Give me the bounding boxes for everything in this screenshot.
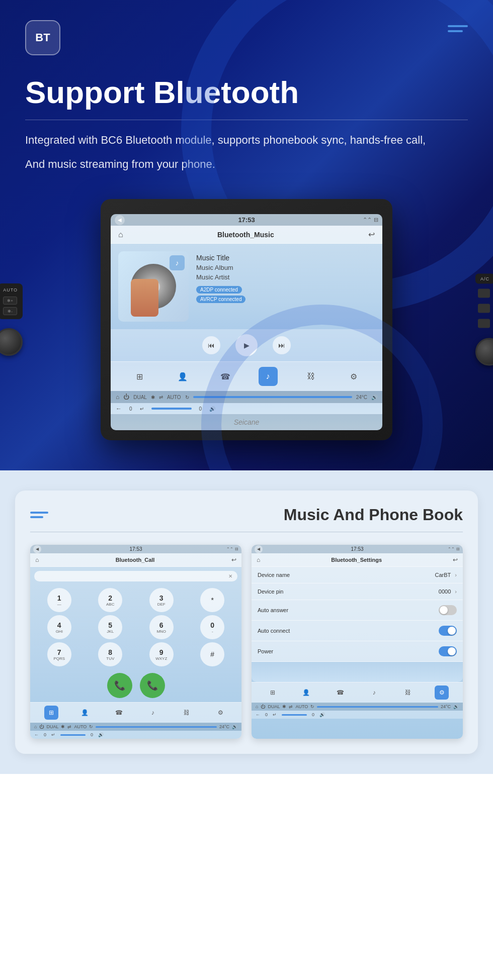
music-info: Music Title Music Album Music Artist A2D… bbox=[196, 251, 375, 305]
call-status-icons: ⌃⌃ ⊟ bbox=[226, 547, 238, 551]
contacts-nav-icon[interactable]: 👤 bbox=[173, 367, 192, 386]
vol-slider[interactable] bbox=[151, 408, 192, 410]
settings-back-btn[interactable]: ◀ bbox=[255, 545, 263, 553]
device-name-item[interactable]: Device name CarBT › bbox=[252, 567, 463, 583]
back-arrow-icon[interactable]: ↩ bbox=[368, 230, 375, 239]
call-search-bar[interactable]: ✕ bbox=[34, 571, 237, 581]
settings-slider[interactable] bbox=[317, 706, 438, 708]
settings-link-icon[interactable]: ⛓ bbox=[401, 685, 415, 700]
card-menu-line-1 bbox=[30, 512, 48, 514]
settings-music-icon[interactable]: ♪ bbox=[367, 685, 381, 700]
phone-nav-icon[interactable]: ☎ bbox=[216, 367, 235, 386]
device-pin-arrow: › bbox=[455, 589, 457, 595]
hero-title: Support Bluetooth bbox=[25, 75, 468, 110]
call-title: Bluetooth_Call bbox=[39, 557, 231, 563]
auto-connect-toggle[interactable] bbox=[439, 626, 457, 636]
dial-0[interactable]: 0 - bbox=[200, 615, 224, 639]
device-pin-label: Device pin bbox=[258, 589, 439, 595]
dial-6[interactable]: 6 MNO bbox=[149, 615, 174, 639]
car-left-knob[interactable] bbox=[0, 328, 23, 356]
settings-wave bbox=[252, 662, 463, 682]
dial-9[interactable]: 9 WXYZ bbox=[149, 642, 174, 666]
screen-nav-title: Bluetooth_Music bbox=[123, 231, 368, 239]
settings-grid-icon[interactable]: ⊞ bbox=[266, 685, 280, 700]
seicane-label: Seicane bbox=[111, 414, 382, 430]
home-icon[interactable]: ⌂ bbox=[118, 230, 123, 239]
bottom-card: Music And Phone Book ◀ 17:53 ⌃⌃ ⊟ ⌂ Blue… bbox=[15, 491, 478, 754]
auto-connect-item[interactable]: Auto connect bbox=[252, 621, 463, 641]
dial-hash[interactable]: # bbox=[200, 642, 224, 666]
redial-button[interactable]: 📞 bbox=[140, 673, 165, 698]
car-right-icon-3 bbox=[478, 319, 490, 328]
sys-slider[interactable] bbox=[193, 396, 352, 398]
call-vol-slider[interactable] bbox=[60, 734, 86, 736]
settings-sys-bar2: ← 0 ↵ 0 🔊 bbox=[252, 711, 463, 719]
settings-back-arrow[interactable]: ↩ bbox=[453, 556, 458, 563]
avrcp-badge: AVRCP connected bbox=[196, 296, 245, 303]
dial-2[interactable]: 2 ABC bbox=[98, 588, 122, 612]
menu-line-2 bbox=[448, 30, 463, 32]
screen-nav-bar: ⌂ Bluetooth_Music ↩ bbox=[111, 226, 382, 244]
dial-5[interactable]: 5 JKL bbox=[98, 615, 122, 639]
call-sys-bar2: ← 0 ↵ 0 🔊 bbox=[30, 731, 241, 739]
call-grid-icon[interactable]: ⊞ bbox=[44, 706, 58, 720]
ac-button[interactable]: A/C bbox=[475, 274, 493, 284]
screen-system-bar: ⌂ ⏻ DUAL ✱ ⇌ AUTO ↻ 24°C 🔊 bbox=[111, 391, 382, 403]
call-link-icon[interactable]: ⛓ bbox=[180, 706, 194, 720]
car-screen[interactable]: ◀ 17:53 ⌃⌃ ⊟ ⌂ Bluetooth_Music ↩ bbox=[111, 214, 382, 430]
call-sys-bar: ⌂ ⏻ DUAL ✱ ⇌ AUTO ↻ 24°C 🔊 bbox=[30, 723, 241, 731]
prev-track-button[interactable]: ⏮ bbox=[202, 336, 220, 354]
settings-home-icon[interactable]: ⌂ bbox=[257, 556, 260, 563]
play-pause-button[interactable]: ▶ bbox=[235, 334, 258, 356]
dial-8[interactable]: 8 TUV bbox=[98, 642, 122, 666]
settings-contacts-icon[interactable]: 👤 bbox=[299, 685, 313, 700]
call-slider[interactable] bbox=[96, 726, 217, 728]
device-pin-item[interactable]: Device pin 0000 › bbox=[252, 583, 463, 600]
call-back-btn[interactable]: ◀ bbox=[33, 545, 41, 553]
bottom-section: Music And Phone Book ◀ 17:53 ⌃⌃ ⊟ ⌂ Blue… bbox=[0, 470, 493, 774]
settings-time: 17:53 bbox=[351, 546, 363, 552]
dial-1[interactable]: 1 — bbox=[47, 588, 71, 612]
device-name-arrow: › bbox=[455, 572, 457, 578]
hamburger-menu-icon[interactable] bbox=[448, 25, 468, 32]
auto-connect-label: Auto connect bbox=[258, 628, 439, 634]
power-toggle[interactable] bbox=[439, 646, 457, 656]
screen-status-bar: ◀ 17:53 ⌃⌃ ⊟ bbox=[111, 214, 382, 226]
call-bottom-nav: ⊞ 👤 ☎ ♪ ⛓ ⚙ bbox=[30, 702, 241, 723]
call-clear-button[interactable]: ✕ bbox=[228, 573, 232, 579]
car-right-knob[interactable] bbox=[475, 338, 493, 366]
dial-3[interactable]: 3 DEF bbox=[149, 588, 174, 612]
settings-phone-icon[interactable]: ☎ bbox=[333, 685, 347, 700]
grid-nav-icon[interactable]: ⊞ bbox=[130, 367, 149, 386]
call-contacts-icon[interactable]: 👤 bbox=[78, 706, 92, 720]
call-phone-icon[interactable]: ☎ bbox=[112, 706, 126, 720]
settings-cog-icon[interactable]: ⚙ bbox=[435, 685, 449, 700]
screen-back-button[interactable]: ◀ bbox=[115, 215, 125, 225]
settings-nav-icon[interactable]: ⚙ bbox=[344, 367, 363, 386]
settings-sys-bar: ⌂ ⏻ DUAL ✱ ⇌ AUTO ↻ 24°C 🔊 bbox=[252, 703, 463, 711]
power-item[interactable]: Power bbox=[252, 641, 463, 662]
next-track-button[interactable]: ⏭ bbox=[273, 336, 291, 354]
music-artist: Music Artist bbox=[196, 273, 375, 281]
answer-call-button[interactable]: 📞 bbox=[107, 673, 132, 698]
auto-answer-toggle[interactable] bbox=[439, 605, 457, 615]
dial-4[interactable]: 4 GHI bbox=[47, 615, 71, 639]
call-music-icon[interactable]: ♪ bbox=[146, 706, 160, 720]
hero-section: BT Support Bluetooth Integrated with BC6… bbox=[0, 0, 493, 470]
settings-status-icons: ⌃⌃ ⊟ bbox=[448, 547, 460, 551]
dial-star[interactable]: * bbox=[200, 588, 224, 612]
settings-vol-slider[interactable] bbox=[282, 714, 307, 716]
call-back-arrow[interactable]: ↩ bbox=[231, 556, 236, 563]
music-nav-icon[interactable]: ♪ bbox=[259, 367, 278, 386]
link-nav-icon[interactable]: ⛓ bbox=[301, 367, 320, 386]
card-menu-icon[interactable] bbox=[30, 512, 48, 518]
car-button-group: AUTO ✻+ ✻- bbox=[0, 283, 23, 319]
car-right-icon-group bbox=[478, 289, 490, 328]
device-name-label: Device name bbox=[258, 572, 435, 578]
call-settings-icon[interactable]: ⚙ bbox=[213, 706, 227, 720]
call-mini-screen: ◀ 17:53 ⌃⌃ ⊟ ⌂ Bluetooth_Call ↩ ✕ bbox=[30, 545, 241, 739]
back-icon: ← bbox=[116, 405, 122, 412]
dial-7[interactable]: 7 PQRS bbox=[47, 642, 71, 666]
call-home-icon[interactable]: ⌂ bbox=[35, 556, 39, 563]
auto-answer-item[interactable]: Auto answer bbox=[252, 600, 463, 621]
